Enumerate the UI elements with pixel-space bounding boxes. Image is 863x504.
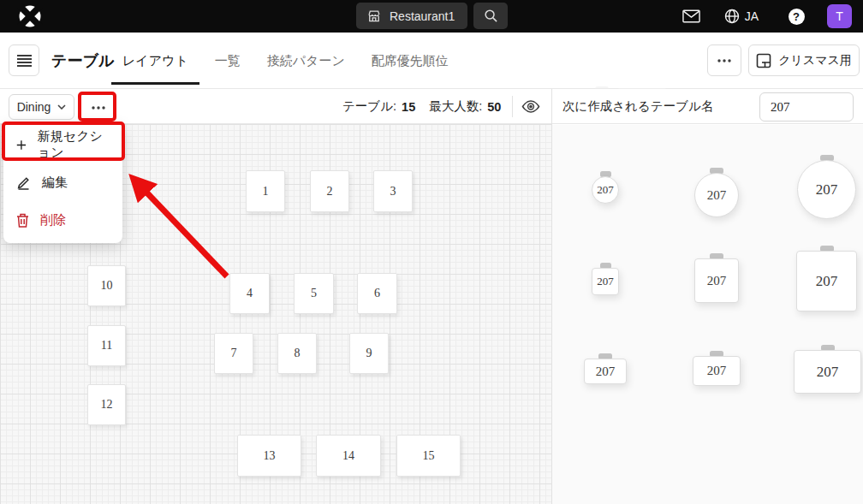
table-shape-template[interactable]: 207 [794,350,861,394]
menu-label: 編集 [42,175,68,191]
table-shape-palette: 207207207207207207207207207 [552,125,863,504]
section-dropdown[interactable]: Dining [9,94,74,120]
table-node[interactable]: 2 [310,170,349,212]
table-number: 9 [366,347,372,360]
table-stats: テーブル: 15 最大人数: 50 [342,89,501,124]
table-node[interactable]: 11 [87,325,126,366]
visibility-toggle-button[interactable] [518,95,544,118]
app-window: Restaurant1 JA ? T テーブル レイアウ [0,0,863,504]
ellipsis-icon [92,106,105,110]
page-title: テーブル [51,33,114,89]
pencil-icon [16,175,31,190]
table-shape-template[interactable]: 207 [584,359,627,384]
nav-more-button[interactable] [707,44,741,76]
table-node[interactable]: 7 [214,333,253,374]
search-button[interactable] [473,3,508,29]
storefront-icon [366,9,382,23]
table-number: 13 [264,449,276,463]
divider [551,89,552,504]
menu-item-delete[interactable]: 削除 [3,201,122,239]
globe-icon [724,9,740,24]
language-button[interactable]: JA [719,0,764,33]
table-shape-label: 207 [707,188,727,203]
table-number: 11 [101,339,112,353]
section-more-button[interactable] [84,97,113,118]
table-node[interactable]: 9 [349,333,389,374]
table-node[interactable]: 14 [316,435,381,477]
top-bar: Restaurant1 JA ? T [0,0,863,33]
table-shape-template[interactable]: 207 [694,258,739,303]
next-table-name-label: 次に作成されるテーブル名 [562,89,713,124]
chevron-down-icon [57,104,66,110]
capacity-label: 最大人数: [429,98,482,115]
table-number: 2 [327,185,333,199]
table-number: 1 [263,185,269,199]
restaurant-selector[interactable]: Restaurant1 [356,3,467,29]
menu-item-edit[interactable]: 編集 [3,163,122,201]
table-shape-label: 207 [707,364,727,378]
tab-list[interactable]: 一覧 [204,33,252,89]
trash-icon [16,213,29,228]
eye-icon [521,99,540,114]
table-number: 6 [374,287,380,300]
section-toolbar: Dining テーブル: 15 最大人数: 50 次に作成されるテーブル名 [0,89,863,124]
table-node[interactable]: 6 [357,273,397,314]
table-shape-template[interactable]: 207 [592,268,619,295]
help-button[interactable]: ? [783,0,809,33]
scene-layout-label: クリスマス用 [778,53,852,68]
plus-icon [16,139,27,151]
table-number: 14 [342,449,354,463]
table-node[interactable]: 5 [294,273,334,314]
tablecheck-logo-icon[interactable] [17,3,43,29]
table-node[interactable]: 12 [87,384,126,425]
table-shape-label: 207 [596,365,616,379]
table-node[interactable]: 3 [373,170,413,212]
capacity-count: 50 [487,100,501,114]
table-number: 3 [390,185,396,199]
table-shape-template[interactable]: 207 [592,176,619,204]
table-shape-label: 207 [707,274,727,288]
mail-icon [682,9,700,23]
tables-count: 15 [402,100,415,114]
table-shape-label: 207 [597,275,614,288]
table-node[interactable]: 8 [277,333,317,374]
restaurant-name: Restaurant1 [390,9,455,23]
table-number: 5 [311,287,317,300]
table-shape-template[interactable]: 207 [693,356,741,386]
section-context-menu: 新規セクション 編集 削除 [3,123,122,243]
hamburger-icon [17,55,32,67]
main-menu-button[interactable] [9,44,39,76]
table-shape-template[interactable]: 207 [796,251,857,311]
section-name: Dining [17,100,51,114]
table-node[interactable]: 10 [87,265,126,306]
menu-label: 新規セクション [38,128,110,161]
table-shape-template[interactable]: 207 [694,173,739,217]
scene-layout-button[interactable]: クリスマス用 [748,44,860,76]
menu-item-new-section[interactable]: 新規セクション [3,126,122,163]
ellipsis-icon [717,59,731,62]
table-shape-template[interactable]: 207 [797,160,856,219]
table-node[interactable]: 1 [246,170,285,212]
locale-label: JA [745,9,759,23]
table-number: 10 [101,279,113,293]
messages-button[interactable] [676,0,706,33]
table-shape-label: 207 [816,273,838,290]
nav-bar: テーブル レイアウト 一覧 接続パターン 配席優先順位 クリスマス用 [0,33,863,89]
table-node[interactable]: 15 [396,435,461,477]
next-table-name-input[interactable] [759,92,854,122]
tab-seating-priority[interactable]: 配席優先順位 [360,33,460,89]
tab-connection-pattern[interactable]: 接続パターン [256,33,356,89]
table-number: 7 [231,347,237,360]
tab-layout[interactable]: レイアウト [111,33,199,89]
table-number: 12 [101,398,113,412]
table-node[interactable]: 13 [237,435,301,477]
table-number: 8 [295,347,301,360]
table-node[interactable]: 4 [229,273,270,314]
floorplan-icon [756,53,771,68]
user-avatar[interactable]: T [827,4,852,28]
table-shape-label: 207 [816,181,838,199]
search-icon [484,9,498,23]
tab-bar: レイアウト 一覧 接続パターン 配席優先順位 [111,33,464,89]
table-number: 15 [423,449,435,463]
table-shape-label: 207 [817,364,839,381]
